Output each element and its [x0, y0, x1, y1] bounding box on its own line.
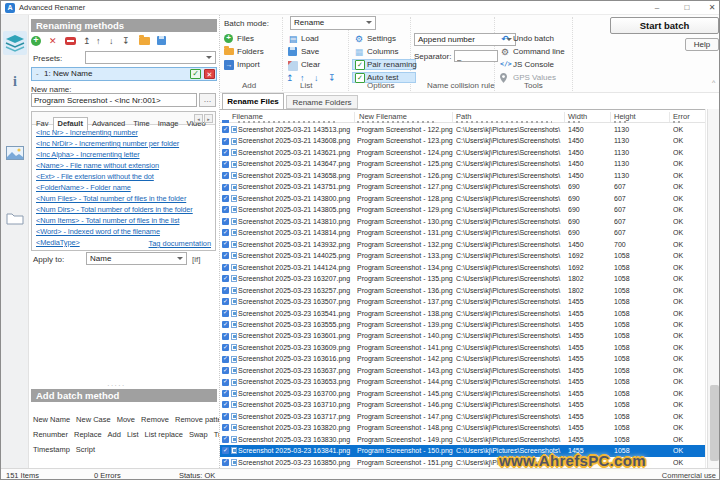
tag-link[interactable]: <Num Files> - Total number of files in t…: [36, 193, 213, 204]
move-top-icon[interactable]: ↥: [83, 36, 91, 46]
add-method-icon[interactable]: +: [31, 36, 41, 46]
row-checkbox-icon[interactable]: [222, 138, 229, 145]
batch-method-list[interactable]: List: [127, 430, 139, 439]
table-row[interactable]: Screenshot 2025-03-23 163257.pngProgram …: [220, 285, 706, 296]
tag-link[interactable]: <Name> - File name without extension: [36, 160, 213, 171]
presets-dropdown[interactable]: [85, 51, 216, 64]
row-checkbox-icon[interactable]: [222, 459, 229, 466]
table-row[interactable]: Screenshot 2025-03-21 143751.pngProgram …: [220, 181, 706, 192]
table-row[interactable]: Screenshot 2025-03-21 143800.pngProgram …: [220, 193, 706, 204]
table-row[interactable]: Screenshot 2025-03-23 163637.pngProgram …: [220, 365, 706, 376]
row-checkbox-icon[interactable]: [222, 126, 229, 133]
batch-method-timestamp[interactable]: Timestamp: [33, 445, 70, 454]
row-checkbox-icon[interactable]: [222, 172, 229, 179]
tag-link[interactable]: <Inc Nr> - Incrementing number: [36, 127, 213, 138]
collapse-toolbar-icon[interactable]: ^: [712, 79, 715, 86]
row-checkbox-icon[interactable]: [222, 390, 229, 397]
batch-method-new-name[interactable]: New Name: [33, 415, 70, 424]
table-row[interactable]: Screenshot 2025-03-23 163601.pngProgram …: [220, 330, 706, 341]
row-checkbox-icon[interactable]: [222, 333, 229, 340]
row-checkbox-icon[interactable]: [222, 241, 229, 248]
row-checkbox-icon[interactable]: [222, 275, 229, 282]
info-icon[interactable]: i: [3, 71, 27, 95]
method-delete-button[interactable]: ✕: [204, 69, 215, 79]
open-preset-folder-icon[interactable]: [139, 37, 150, 45]
move-down-icon[interactable]: ↓: [314, 73, 319, 83]
delete-method-icon[interactable]: ✕: [49, 36, 57, 46]
apply-to-dropdown[interactable]: Name: [86, 252, 187, 265]
table-row[interactable]: Screenshot 2025-03-23 163541.pngProgram …: [220, 308, 706, 319]
table-row[interactable]: Screenshot 2025-03-23 163820.pngProgram …: [220, 422, 706, 433]
new-name-input[interactable]: [31, 93, 197, 107]
row-checkbox-icon[interactable]: [222, 344, 229, 351]
tag-link[interactable]: <Inc NrDir> - Incrementing number per fo…: [36, 138, 213, 149]
table-row[interactable]: Screenshot 2025-03-23 163653.pngProgram …: [220, 376, 706, 387]
method-enabled-checkbox[interactable]: ✓: [190, 69, 201, 79]
row-checkbox-icon[interactable]: [222, 356, 229, 363]
methods-panel-icon[interactable]: [3, 31, 27, 55]
method-item[interactable]: - 1: New Name ✓ ✕: [31, 67, 217, 81]
table-row[interactable]: Screenshot 2025-03-23 163717.pngProgram …: [220, 411, 706, 422]
row-checkbox-icon[interactable]: [222, 379, 229, 386]
table-row[interactable]: Screenshot 2025-03-21 143932.pngProgram …: [220, 239, 706, 250]
row-checkbox-icon[interactable]: [222, 298, 229, 305]
table-row[interactable]: Screenshot 2025-03-23 163710.pngProgram …: [220, 399, 706, 410]
close-icon[interactable]: ✕: [701, 1, 720, 14]
table-row[interactable]: Screenshot 2025-03-21 143647.pngProgram …: [220, 158, 706, 169]
batch-mode-dropdown[interactable]: Rename: [290, 16, 376, 30]
row-checkbox-icon[interactable]: [222, 149, 229, 156]
remove-all-methods-icon[interactable]: [65, 37, 76, 45]
batch-method-remove[interactable]: Remove: [141, 415, 169, 424]
if-condition-link[interactable]: [if]: [192, 255, 200, 264]
batch-method-new-case[interactable]: New Case: [76, 415, 111, 424]
batch-method-add[interactable]: Add: [108, 430, 121, 439]
start-batch-button[interactable]: Start batch: [610, 17, 719, 34]
separator-input[interactable]: [454, 50, 498, 62]
tab-rename-folders[interactable]: Rename Folders: [286, 95, 358, 109]
move-bottom-icon[interactable]: ↧: [328, 73, 336, 83]
row-checkbox-icon[interactable]: [222, 401, 229, 408]
help-button[interactable]: Help: [685, 38, 719, 51]
move-up-icon[interactable]: ↑: [96, 36, 101, 46]
tag-tabs-scroll-left-icon[interactable]: ◂: [194, 114, 203, 123]
folder-icon[interactable]: [3, 207, 27, 231]
maximize-icon[interactable]: □: [676, 1, 698, 14]
row-checkbox-icon[interactable]: [222, 161, 229, 168]
tab-rename-files[interactable]: Rename Files: [222, 93, 284, 109]
row-checkbox-icon[interactable]: [222, 252, 229, 259]
row-checkbox-icon[interactable]: [222, 218, 229, 225]
table-row[interactable]: Screenshot 2025-03-23 163207.pngProgram …: [220, 273, 706, 284]
row-checkbox-icon[interactable]: [222, 447, 229, 454]
scrollbar-thumb[interactable]: [710, 385, 719, 461]
table-row[interactable]: Screenshot 2025-03-23 163555.pngProgram …: [220, 319, 706, 330]
batch-method-replace[interactable]: Replace: [74, 430, 102, 439]
table-row[interactable]: Screenshot 2025-03-21 143608.pngProgram …: [220, 135, 706, 146]
table-row[interactable]: Screenshot 2025-03-21 144124.pngProgram …: [220, 262, 706, 273]
row-checkbox-icon[interactable]: [222, 206, 229, 213]
tag-link[interactable]: <Num Items> - Total number of files in t…: [36, 215, 213, 226]
row-checkbox-icon[interactable]: [222, 321, 229, 328]
table-row[interactable]: Screenshot 2025-03-23 163616.pngProgram …: [220, 353, 706, 364]
minimize-icon[interactable]: –: [646, 1, 668, 14]
table-row[interactable]: Screenshot 2025-03-23 163830.pngProgram …: [220, 434, 706, 445]
batch-method-renumber[interactable]: Renumber: [33, 430, 68, 439]
row-checkbox-icon[interactable]: [222, 424, 229, 431]
table-row[interactable]: Screenshot 2025-03-21 143805.pngProgram …: [220, 204, 706, 215]
row-checkbox-icon[interactable]: [222, 229, 229, 236]
move-bottom-icon[interactable]: ↧: [122, 36, 130, 46]
tag-documentation-link[interactable]: Tag documentation: [149, 239, 211, 248]
table-row[interactable]: Screenshot 2025-03-21 143513.pngProgram …: [220, 124, 706, 135]
table-row[interactable]: Screenshot 2025-03-21 143810.pngProgram …: [220, 216, 706, 227]
batch-method-script[interactable]: Script: [76, 445, 95, 454]
batch-method-move[interactable]: Move: [117, 415, 135, 424]
move-down-icon[interactable]: ↓: [109, 36, 114, 46]
row-checkbox-icon[interactable]: [222, 367, 229, 374]
table-row[interactable]: Screenshot 2025-03-21 143621.pngProgram …: [220, 147, 706, 158]
vertical-scrollbar[interactable]: [707, 109, 720, 468]
tag-link[interactable]: <Word> - Indexed word of the filename: [36, 226, 213, 237]
row-checkbox-icon[interactable]: [222, 287, 229, 294]
table-row[interactable]: Screenshot 2025-03-21 143814.pngProgram …: [220, 227, 706, 238]
tag-link[interactable]: <FolderName> - Folder name: [36, 182, 213, 193]
row-checkbox-icon[interactable]: [222, 436, 229, 443]
table-row[interactable]: Screenshot 2025-03-21 144025.pngProgram …: [220, 250, 706, 261]
